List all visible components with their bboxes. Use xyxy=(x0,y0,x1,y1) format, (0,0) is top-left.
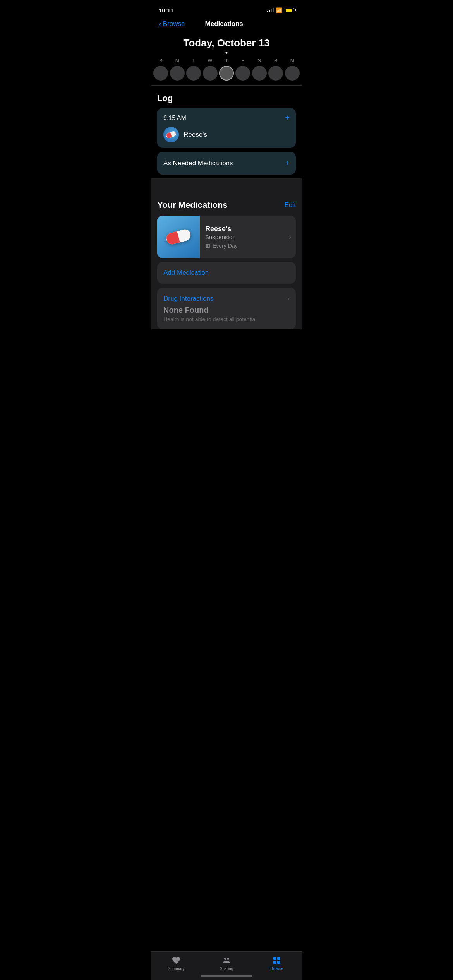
day-dot-8[interactable] xyxy=(268,66,283,81)
day-dot-7[interactable] xyxy=(252,66,267,81)
day-dot-1[interactable] xyxy=(153,66,168,81)
day-label-s2: S xyxy=(252,58,267,63)
back-chevron-icon: ‹ xyxy=(159,20,161,28)
status-bar: 10:11 📶 xyxy=(151,0,302,17)
navigation-bar: ‹ Browse Medications xyxy=(151,17,302,34)
day-dot-6[interactable] xyxy=(235,66,250,81)
as-needed-add-button[interactable]: + xyxy=(285,159,290,168)
log-med-item[interactable]: Reese's xyxy=(163,127,290,142)
section-break xyxy=(151,178,302,192)
back-button[interactable]: ‹ Browse xyxy=(159,20,185,28)
day-label-w: W xyxy=(202,58,218,63)
log-time-card: 9:15 AM + Reese's xyxy=(157,108,296,148)
week-dots xyxy=(151,66,302,81)
drug-interactions-status: None Found xyxy=(163,306,290,315)
status-time: 10:11 xyxy=(159,7,173,14)
drug-interactions-title: Drug Interactions xyxy=(163,295,213,303)
week-day-labels: S M T W T F S S M xyxy=(151,58,302,63)
log-add-button[interactable]: + xyxy=(285,113,290,122)
page-title: Medications xyxy=(205,20,243,28)
day-label-t2-active[interactable]: T xyxy=(219,58,234,63)
back-label: Browse xyxy=(163,20,185,28)
medication-icon-small xyxy=(163,127,179,142)
drug-interactions-card[interactable]: Drug Interactions › None Found Health is… xyxy=(157,288,296,329)
date-dropdown-arrow[interactable]: ▼ xyxy=(159,51,294,55)
status-icons: 📶 xyxy=(267,7,294,13)
day-label-m2: M xyxy=(285,58,300,63)
calendar-icon: ▦ xyxy=(205,243,210,249)
medication-card-name: Reese's xyxy=(205,225,283,233)
as-needed-card[interactable]: As Needed Medications + xyxy=(157,152,296,175)
day-dot-5-active[interactable] xyxy=(219,66,234,81)
day-dot-3[interactable] xyxy=(186,66,201,81)
medication-card-image xyxy=(157,216,200,258)
day-label-s3: S xyxy=(268,58,283,63)
your-medications-section: Your Medications Edit Reese's Suspension… xyxy=(151,192,302,329)
medication-card[interactable]: Reese's Suspension ▦ Every Day › xyxy=(157,216,296,258)
date-title: Today, October 13 xyxy=(159,37,294,49)
day-dot-4[interactable] xyxy=(203,66,218,81)
battery-icon xyxy=(285,8,294,12)
day-dot-2[interactable] xyxy=(170,66,185,81)
medication-card-info: Reese's Suspension ▦ Every Day xyxy=(200,220,289,254)
day-dot-9[interactable] xyxy=(285,66,300,81)
medication-schedule-label: Every Day xyxy=(213,243,238,249)
drug-interactions-header: Drug Interactions › xyxy=(163,295,290,303)
drug-interactions-subtext: Health is not able to detect all potenti… xyxy=(163,316,290,322)
medication-card-chevron-icon: › xyxy=(289,233,296,241)
date-header: Today, October 13 ▼ xyxy=(151,34,302,55)
signal-icon xyxy=(267,8,274,12)
wifi-icon: 📶 xyxy=(276,7,282,13)
as-needed-label: As Needed Medications xyxy=(163,159,233,167)
add-medication-card[interactable]: Add Medication xyxy=(157,262,296,284)
drug-interactions-chevron-icon: › xyxy=(287,295,290,303)
log-section-title: Log xyxy=(157,93,296,103)
log-time-label: 9:15 AM xyxy=(163,115,186,122)
day-label-s1: S xyxy=(153,58,168,63)
your-medications-title: Your Medications xyxy=(157,200,228,210)
add-medication-label: Add Medication xyxy=(163,269,209,276)
medication-card-type: Suspension xyxy=(205,234,283,240)
day-label-m: M xyxy=(170,58,185,63)
log-med-name: Reese's xyxy=(184,131,207,139)
log-time-header: 9:15 AM + xyxy=(163,113,290,122)
log-section: Log 9:15 AM + Reese's As Needed Medicati… xyxy=(151,86,302,175)
your-medications-header: Your Medications Edit xyxy=(157,200,296,210)
pill-icon xyxy=(165,130,177,139)
medication-card-schedule: ▦ Every Day xyxy=(205,243,283,249)
week-scroll: S M T W T F S S M xyxy=(151,55,302,85)
pill-large-icon xyxy=(165,228,192,246)
day-label-f: F xyxy=(235,58,251,63)
edit-button[interactable]: Edit xyxy=(285,201,296,209)
day-label-t1: T xyxy=(186,58,201,63)
